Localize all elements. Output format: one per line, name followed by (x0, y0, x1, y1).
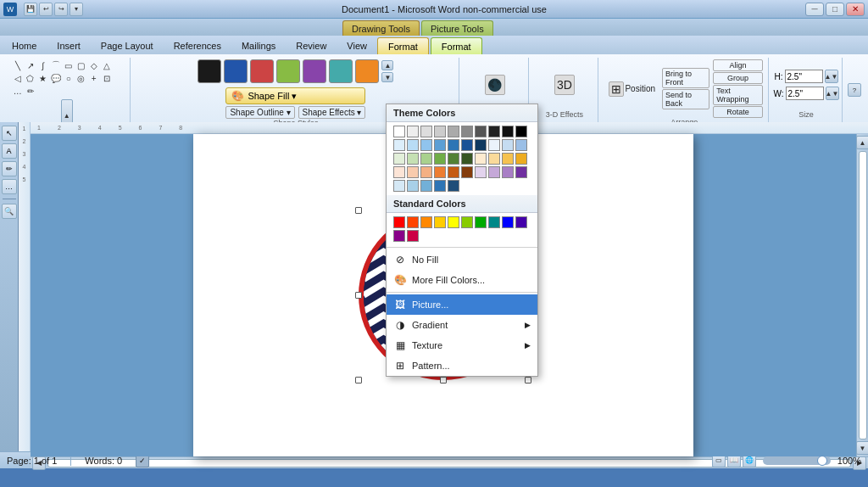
gradient-item[interactable]: ◑ Gradient ▶ (387, 315, 537, 335)
handle-mid-left[interactable] (355, 292, 362, 299)
theme-color-swatch[interactable] (420, 153, 432, 165)
theme-color-swatch[interactable] (502, 126, 514, 137)
picture-tools-tab[interactable]: Picture Tools (421, 20, 493, 36)
theme-color-swatch[interactable] (407, 139, 419, 151)
shape-circ[interactable]: ○ (63, 72, 75, 84)
shape-callout[interactable]: 💬 (50, 72, 62, 84)
theme-color-swatch[interactable] (420, 139, 432, 151)
selection-tool[interactable]: ↖ (2, 126, 17, 141)
shape-rect[interactable]: ▭ (63, 59, 75, 71)
group-btn[interactable]: Group (713, 72, 763, 84)
more-fill-item[interactable]: 🎨 More Fill Colors... (387, 270, 537, 290)
shape-line[interactable]: ╲ (12, 59, 24, 71)
theme-color-swatch[interactable] (393, 153, 405, 165)
style-swatch-red[interactable] (250, 59, 274, 83)
theme-color-swatch[interactable] (448, 139, 459, 151)
customize-btn[interactable]: ▾ (70, 3, 83, 16)
styles-scroll-up[interactable]: ▲ (381, 60, 393, 70)
shape-plus[interactable]: + (88, 72, 100, 84)
zoom-slider[interactable] (763, 456, 831, 465)
standard-color-swatch[interactable] (475, 216, 487, 228)
picture-item[interactable]: 🖼 Picture... (387, 294, 537, 315)
handle-bot-left[interactable] (355, 377, 362, 383)
theme-color-swatch[interactable] (475, 166, 487, 178)
draw-tool[interactable]: ✏ (2, 161, 17, 176)
drawing-tools-tab[interactable]: Drawing Tools (342, 20, 420, 36)
size-width-input[interactable]: 2.5" (786, 87, 824, 100)
standard-color-swatch[interactable] (393, 216, 405, 228)
theme-color-swatch[interactable] (515, 139, 527, 151)
shape-block[interactable]: ⊡ (101, 72, 113, 84)
bring-front-btn[interactable]: Bring to Front (662, 68, 709, 88)
theme-color-swatch[interactable] (475, 139, 487, 151)
handle-bot-right[interactable] (525, 377, 531, 383)
theme-color-swatch[interactable] (475, 126, 487, 137)
standard-color-swatch[interactable] (420, 216, 432, 228)
size-h-spin[interactable]: ▲▼ (825, 70, 838, 83)
shape-tri[interactable]: △ (101, 59, 113, 71)
theme-color-swatch[interactable] (502, 153, 514, 165)
tab-review[interactable]: Review (286, 37, 337, 54)
shape-star[interactable]: ★ (37, 72, 49, 84)
shape-more[interactable]: … (12, 85, 24, 97)
theme-color-swatch[interactable] (515, 126, 527, 137)
shape-fill-button[interactable]: 🎨 Shape Fill ▾ (225, 87, 365, 104)
theme-color-swatch[interactable] (434, 180, 446, 192)
theme-color-swatch[interactable] (502, 139, 514, 151)
theme-color-swatch[interactable] (434, 153, 446, 165)
send-back-btn[interactable]: Send to Back (662, 89, 709, 109)
no-fill-item[interactable]: ⊘ No Fill (387, 249, 537, 270)
standard-color-swatch[interactable] (448, 216, 459, 228)
handle-top-left[interactable] (355, 207, 362, 214)
theme-color-swatch[interactable] (461, 153, 473, 165)
tab-insert[interactable]: Insert (47, 37, 91, 54)
style-swatch-blue[interactable] (224, 59, 248, 83)
handle-bot-middle[interactable] (440, 377, 447, 383)
shape-outline-btn[interactable]: Shape Outline ▾ (225, 106, 294, 119)
theme-color-swatch[interactable] (434, 166, 446, 178)
align-btn[interactable]: Align (713, 59, 763, 71)
shape-donut[interactable]: ◎ (75, 72, 87, 84)
theme-color-swatch[interactable] (407, 180, 419, 192)
theme-color-swatch[interactable] (434, 126, 446, 137)
theme-color-swatch[interactable] (407, 153, 419, 165)
theme-color-swatch[interactable] (420, 126, 432, 137)
effects-3d-btn[interactable]: 3D (551, 73, 578, 97)
standard-color-swatch[interactable] (407, 230, 419, 242)
theme-color-swatch[interactable] (488, 153, 500, 165)
theme-color-swatch[interactable] (461, 139, 473, 151)
shape-edit[interactable]: ✏ (25, 85, 36, 97)
theme-color-swatch[interactable] (434, 139, 446, 151)
theme-color-swatch[interactable] (515, 166, 527, 178)
text-wrapping-btn[interactable]: Text Wrapping (713, 85, 763, 105)
theme-color-swatch[interactable] (461, 166, 473, 178)
standard-color-swatch[interactable] (407, 216, 419, 228)
tab-page-layout[interactable]: Page Layout (91, 37, 164, 54)
tab-home[interactable]: Home (2, 37, 47, 54)
tab-references[interactable]: References (164, 37, 231, 54)
style-swatch-orange[interactable] (355, 59, 379, 83)
theme-color-swatch[interactable] (393, 180, 405, 192)
theme-color-swatch[interactable] (461, 126, 473, 137)
style-swatch-purple[interactable] (303, 59, 326, 83)
position-btn[interactable]: ⊞ Position (605, 80, 659, 98)
style-swatch-green[interactable] (276, 59, 300, 83)
theme-color-swatch[interactable] (420, 180, 432, 192)
theme-color-swatch[interactable] (515, 153, 527, 165)
scroll-thumb-v[interactable] (859, 151, 867, 439)
theme-color-swatch[interactable] (448, 153, 459, 165)
close-button[interactable]: ✕ (846, 3, 865, 16)
theme-color-swatch[interactable] (393, 166, 405, 178)
undo-btn[interactable]: ↩ (39, 3, 53, 16)
shape-curve[interactable]: ∫ (37, 59, 49, 71)
texture-item[interactable]: ▦ Texture ▶ (387, 335, 537, 355)
tab-format-drawing[interactable]: Format (377, 37, 429, 54)
styles-scroll-down[interactable]: ▼ (381, 72, 393, 82)
zoom-tool[interactable]: 🔍 (2, 204, 17, 219)
tab-view[interactable]: View (337, 37, 377, 54)
shape-effects-btn[interactable]: Shape Effects ▾ (298, 106, 366, 119)
save-btn[interactable]: 💾 (24, 3, 37, 16)
standard-color-swatch[interactable] (502, 216, 514, 228)
minimize-button[interactable]: ─ (805, 3, 824, 16)
scrollbar-vertical[interactable]: ▲ ▼ (856, 134, 868, 456)
